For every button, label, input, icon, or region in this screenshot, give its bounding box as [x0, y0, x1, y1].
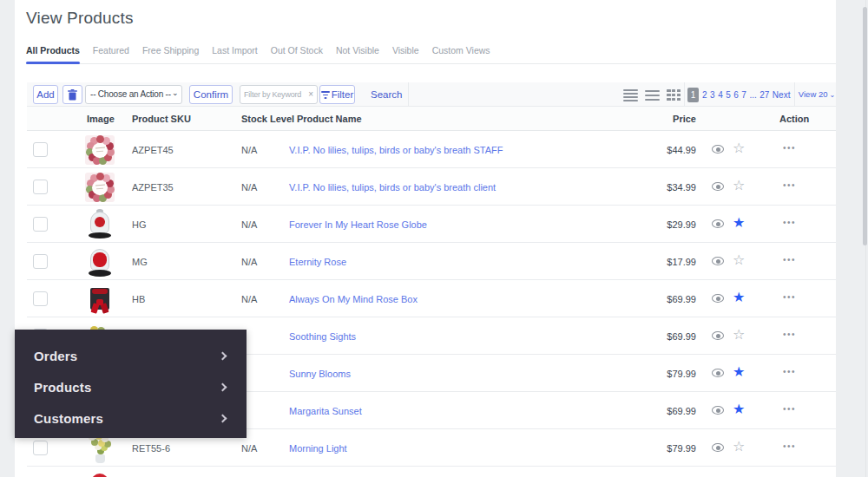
product-image [85, 471, 115, 477]
tab-free-shipping[interactable]: Free Shipping [142, 45, 199, 63]
featured-star-icon[interactable] [733, 363, 745, 381]
row-actions-icon[interactable]: ••• [783, 255, 796, 265]
action-select[interactable]: -- Choose an Action --⌄ [85, 85, 182, 104]
tab-custom-views[interactable]: Custom Views [432, 45, 490, 63]
table-row: MGN/AEternity Rose$17.99••• [27, 243, 836, 280]
row-actions-icon[interactable]: ••• [783, 292, 796, 302]
visibility-eye-icon[interactable] [712, 257, 724, 265]
page-title: View Products [26, 9, 134, 28]
featured-star-icon[interactable] [733, 438, 745, 455]
list-dense-icon[interactable] [623, 88, 638, 101]
tab-last-import[interactable]: Last Import [212, 45, 258, 63]
view-count-select[interactable]: View 20⌄ [798, 82, 836, 107]
page-4[interactable]: 4 [718, 90, 723, 100]
visibility-eye-icon[interactable] [712, 406, 724, 415]
chevron-down-icon: ⌄ [829, 91, 835, 99]
filter-button[interactable]: Filter [319, 85, 355, 104]
product-image [85, 173, 115, 202]
featured-star-icon[interactable] [733, 401, 745, 418]
header-sku: Product SKU [132, 114, 191, 124]
visibility-eye-icon[interactable] [712, 294, 724, 303]
search-link[interactable]: Search [371, 85, 402, 104]
tab-all-products[interactable]: All Products [26, 45, 80, 63]
product-name-link[interactable]: Margarita Sunset [289, 406, 362, 416]
product-name-link[interactable]: Eternity Rose [289, 257, 346, 267]
header-price: Price [626, 114, 696, 124]
featured-star-icon[interactable] [733, 252, 745, 269]
product-name-link[interactable]: V.I.P. No lilies, tulips, birds or baby'… [289, 182, 496, 193]
visibility-eye-icon[interactable] [712, 182, 724, 191]
tab-visible[interactable]: Visible [392, 45, 419, 63]
featured-star-icon[interactable] [733, 326, 745, 343]
row-checkbox[interactable] [33, 254, 48, 269]
grid-icon[interactable] [667, 88, 681, 101]
row-actions-icon[interactable]: ••• [783, 180, 796, 190]
product-name-link[interactable]: Forever In My Heart Rose Globe [289, 219, 427, 230]
row-actions-icon[interactable]: ••• [783, 330, 796, 339]
menu-item-orders[interactable]: Orders [15, 340, 247, 371]
featured-star-icon[interactable] [733, 177, 745, 194]
delete-button[interactable] [62, 85, 82, 104]
row-actions-icon[interactable]: ••• [783, 404, 796, 414]
tab-not-visible[interactable]: Not Visible [336, 45, 379, 63]
chevron-right-icon [219, 351, 227, 360]
chevron-right-icon [219, 382, 227, 391]
page-27[interactable]: 27 [760, 90, 769, 100]
product-name-link[interactable]: Always On My Mind Rose Box [289, 294, 418, 304]
clear-filter-icon[interactable]: × [308, 86, 313, 103]
stock-level: N/A [241, 294, 257, 304]
visibility-eye-icon[interactable] [712, 443, 724, 452]
product-price: $69.99 [626, 331, 696, 342]
scrollbar-thumb[interactable] [863, 7, 867, 245]
row-checkbox[interactable] [33, 441, 48, 455]
menu-item-products[interactable]: Products [15, 371, 247, 402]
product-price: $79.99 [626, 369, 696, 379]
product-price: $69.99 [626, 406, 696, 416]
tab-featured[interactable]: Featured [93, 45, 129, 63]
product-sku: MG [132, 257, 148, 267]
visibility-eye-icon[interactable] [712, 331, 724, 340]
product-name-link[interactable]: Soothing Sights [289, 331, 356, 342]
row-checkbox[interactable] [33, 180, 48, 194]
product-name-link[interactable]: Sunny Blooms [289, 369, 351, 379]
header-action: Action [779, 114, 809, 124]
row-actions-icon[interactable]: ••• [783, 218, 796, 227]
product-price: $29.99 [626, 219, 696, 230]
list-icon[interactable] [645, 88, 660, 101]
row-checkbox[interactable] [33, 291, 48, 306]
menu-item-customers[interactable]: Customers [15, 402, 247, 434]
page-6[interactable]: 6 [733, 90, 739, 100]
pagination: 1 2 3 4 5 6 7 ... 27 Next [687, 82, 790, 107]
product-price: $79.99 [626, 443, 696, 454]
menu-item-label: Orders [34, 349, 220, 363]
visibility-eye-icon[interactable] [712, 369, 724, 377]
context-menu: Orders Products Customers [15, 330, 247, 438]
featured-star-icon[interactable] [733, 140, 745, 157]
product-name-link[interactable]: V.I.P. No lilies, tulips, birds or baby'… [289, 145, 503, 155]
tab-out-of-stock[interactable]: Out Of Stock [271, 45, 323, 63]
row-actions-icon[interactable]: ••• [783, 441, 796, 451]
product-name-link[interactable]: Morning Light [289, 443, 347, 454]
product-sku: AZPET35 [132, 182, 174, 193]
row-checkbox[interactable] [33, 142, 48, 157]
row-actions-icon[interactable]: ••• [783, 143, 796, 153]
visibility-eye-icon[interactable] [712, 219, 724, 228]
page-7[interactable]: 7 [741, 90, 746, 100]
row-actions-icon[interactable]: ••• [783, 367, 796, 376]
product-image [85, 210, 115, 239]
page-next[interactable]: Next [773, 90, 791, 100]
add-button[interactable]: Add [33, 85, 58, 104]
keyword-filter-input[interactable]: Filter by Keyword× [240, 85, 318, 104]
filter-icon [321, 91, 330, 99]
featured-star-icon[interactable] [733, 214, 745, 232]
page-2[interactable]: 2 [702, 90, 707, 100]
chevron-right-icon [219, 414, 227, 422]
row-checkbox[interactable] [33, 217, 48, 232]
table-row: ••• [27, 467, 836, 477]
page-5[interactable]: 5 [726, 90, 731, 100]
page-3[interactable]: 3 [710, 90, 715, 100]
page-current[interactable]: 1 [687, 88, 699, 102]
featured-star-icon[interactable] [733, 289, 745, 306]
visibility-eye-icon[interactable] [712, 145, 724, 154]
confirm-button[interactable]: Confirm [189, 85, 233, 104]
